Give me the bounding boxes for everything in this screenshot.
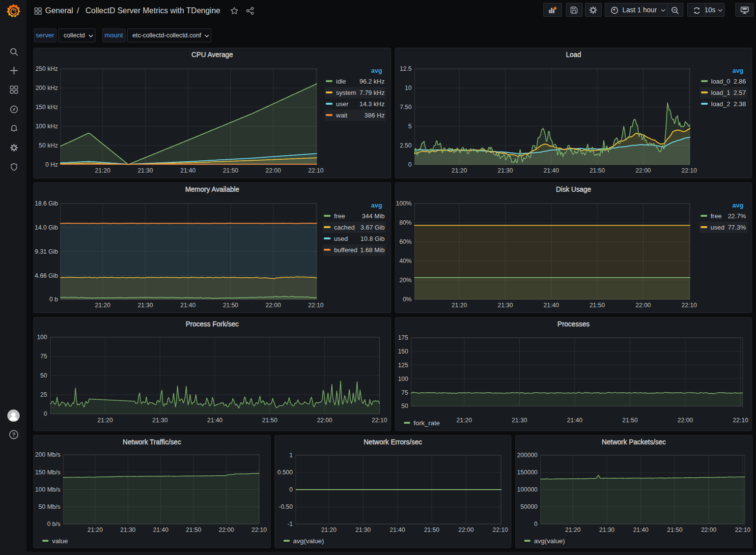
svg-text:50 kHz: 50 kHz [39, 142, 58, 149]
svg-text:21:40: 21:40 [180, 302, 196, 309]
svg-text:18.6 Gib: 18.6 Gib [35, 200, 58, 207]
svg-text:21:20: 21:20 [565, 526, 581, 533]
svg-text:0 Hz: 0 Hz [45, 161, 58, 168]
svg-text:0: 0 [408, 161, 412, 168]
svg-text:22:00: 22:00 [266, 167, 281, 174]
svg-text:150 Mb/s: 150 Mb/s [35, 469, 60, 476]
svg-text:22:00: 22:00 [317, 417, 332, 424]
svg-text:21:50: 21:50 [667, 526, 682, 533]
svg-text:21:50: 21:50 [589, 302, 605, 309]
svg-text:21:30: 21:30 [152, 417, 168, 424]
svg-text:1: 1 [289, 452, 293, 459]
svg-text:175: 175 [398, 334, 408, 341]
svg-text:14.0 Gib: 14.0 Gib [35, 224, 58, 231]
svg-text:21:40: 21:40 [633, 526, 648, 533]
svg-text:9.31 Gib: 9.31 Gib [35, 248, 58, 255]
svg-text:21:50: 21:50 [186, 526, 201, 533]
svg-text:22:10: 22:10 [681, 167, 697, 174]
svg-text:21:50: 21:50 [223, 302, 238, 309]
svg-text:100%: 100% [396, 200, 412, 207]
svg-text:21:40: 21:40 [207, 417, 223, 424]
svg-text:100 kHz: 100 kHz [35, 123, 58, 130]
svg-text:22:00: 22:00 [701, 526, 716, 533]
svg-text:125: 125 [398, 362, 408, 369]
svg-text:100: 100 [398, 376, 408, 382]
svg-text:21:30: 21:30 [512, 417, 527, 424]
svg-text:21:30: 21:30 [599, 526, 615, 533]
svg-text:21:40: 21:40 [544, 302, 559, 309]
svg-text:12.5: 12.5 [400, 65, 412, 72]
svg-text:21:40: 21:40 [180, 167, 196, 174]
svg-text:21:50: 21:50 [223, 167, 238, 174]
svg-text:22:00: 22:00 [219, 526, 234, 533]
svg-text:22:10: 22:10 [308, 167, 323, 174]
svg-text:50: 50 [401, 403, 408, 409]
svg-text:22:10: 22:10 [308, 302, 323, 309]
svg-text:100 Mb/s: 100 Mb/s [35, 486, 60, 493]
svg-text:-1: -1 [287, 521, 292, 527]
svg-text:0: 0 [534, 521, 537, 527]
svg-text:21:30: 21:30 [498, 302, 513, 309]
svg-text:75: 75 [401, 389, 408, 396]
svg-text:0.500: 0.500 [277, 469, 292, 476]
svg-text:-0.50: -0.50 [279, 503, 293, 510]
svg-text:21:20: 21:20 [95, 302, 110, 309]
svg-text:75: 75 [40, 353, 47, 360]
svg-text:21:40: 21:40 [390, 526, 405, 533]
svg-text:21:30: 21:30 [120, 526, 136, 533]
svg-text:21:30: 21:30 [355, 526, 370, 533]
svg-text:150000: 150000 [517, 469, 538, 476]
svg-text:21:30: 21:30 [138, 167, 153, 174]
svg-text:50 Mb/s: 50 Mb/s [39, 503, 60, 510]
svg-text:5: 5 [408, 123, 412, 130]
svg-text:?: ? [12, 432, 15, 438]
svg-text:0 b: 0 b [50, 296, 58, 303]
svg-text:21:40: 21:40 [567, 417, 582, 424]
svg-text:100: 100 [37, 334, 47, 341]
svg-text:80%: 80% [399, 219, 412, 226]
svg-text:10: 10 [405, 85, 412, 91]
svg-text:21:50: 21:50 [424, 526, 439, 533]
svg-text:22:10: 22:10 [372, 417, 387, 424]
svg-text:200000: 200000 [517, 452, 538, 459]
svg-text:21:30: 21:30 [138, 302, 153, 309]
svg-text:0: 0 [289, 486, 293, 493]
svg-text:150 kHz: 150 kHz [35, 104, 58, 111]
svg-text:21:20: 21:20 [87, 526, 103, 533]
svg-text:200 kHz: 200 kHz [35, 85, 58, 91]
svg-text:21:20: 21:20 [451, 167, 467, 174]
svg-text:2.50: 2.50 [400, 142, 412, 149]
svg-text:22:00: 22:00 [458, 526, 474, 533]
svg-text:4.66 Gib: 4.66 Gib [35, 272, 58, 279]
svg-text:21:20: 21:20 [321, 526, 336, 533]
svg-text:21:20: 21:20 [97, 417, 112, 424]
svg-text:21:50: 21:50 [589, 167, 605, 174]
svg-text:21:50: 21:50 [622, 417, 638, 424]
svg-text:21:20: 21:20 [451, 302, 467, 309]
svg-text:21:30: 21:30 [498, 167, 513, 174]
svg-text:21:40: 21:40 [153, 526, 168, 533]
svg-text:40%: 40% [399, 258, 412, 264]
svg-text:20%: 20% [399, 277, 412, 284]
svg-text:100000: 100000 [517, 486, 538, 493]
svg-text:22:00: 22:00 [266, 302, 281, 309]
svg-text:22:00: 22:00 [636, 167, 651, 174]
svg-text:200 Mb/s: 200 Mb/s [35, 451, 60, 458]
svg-text:22:00: 22:00 [636, 302, 651, 309]
svg-text:50000: 50000 [521, 503, 538, 510]
svg-text:22:00: 22:00 [677, 417, 693, 424]
svg-text:25: 25 [40, 391, 47, 398]
svg-text:0: 0 [44, 410, 47, 417]
svg-text:21:20: 21:20 [95, 167, 110, 174]
svg-text:150: 150 [398, 348, 408, 355]
svg-text:22:10: 22:10 [735, 526, 750, 533]
svg-text:21:50: 21:50 [262, 417, 277, 424]
svg-text:22:10: 22:10 [733, 417, 748, 424]
svg-text:22:10: 22:10 [252, 526, 267, 533]
svg-text:0%: 0% [403, 296, 412, 303]
svg-text:250 kHz: 250 kHz [35, 65, 58, 72]
svg-text:7.50: 7.50 [400, 104, 412, 111]
svg-text:60%: 60% [399, 238, 412, 245]
svg-text:21:40: 21:40 [544, 167, 559, 174]
svg-text:22:10: 22:10 [492, 526, 507, 533]
